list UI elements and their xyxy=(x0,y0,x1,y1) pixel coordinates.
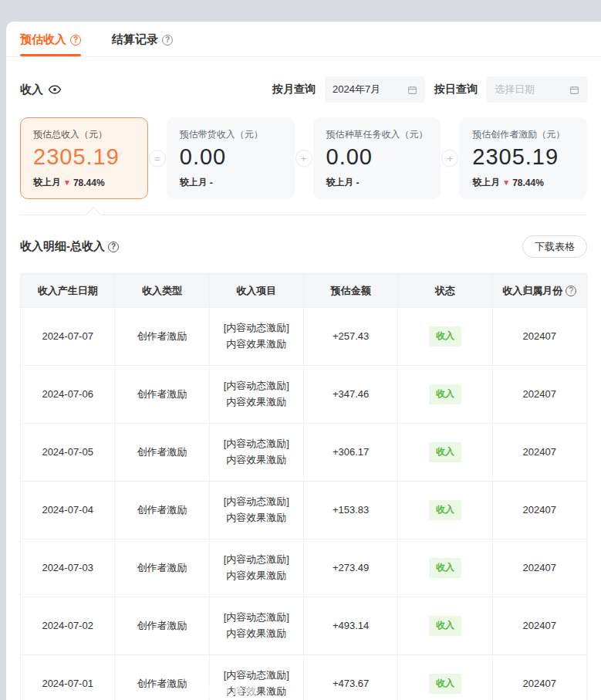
month-picker-value: 2024年7月 xyxy=(333,83,403,96)
cell-income-type: 创作者激励 xyxy=(115,539,209,597)
table-header-cell: 收入项目 xyxy=(210,274,304,308)
cell-income-month: 202407 xyxy=(493,655,586,700)
cell-status: 收入 xyxy=(398,308,492,366)
cell-estimated-amount: +257.43 xyxy=(304,308,398,366)
main-panel: 预估收入 ? 结算记录 ? 收入 按月查询 2024年 xyxy=(6,22,601,700)
cell-estimated-amount: +153.83 xyxy=(304,482,398,539)
summary-card-compare: 较上月 ▼ - xyxy=(180,176,282,189)
help-icon[interactable]: ? xyxy=(162,35,173,46)
cell-income-month: 202407 xyxy=(493,539,586,597)
status-badge: 收入 xyxy=(429,500,461,519)
plus-connector-icon: + xyxy=(441,117,459,199)
summary-cards-row: 预估总收入（元） 2305.19 较上月 ▼ 78.44% = 预估带货收入（元… xyxy=(20,117,587,199)
income-title: 收入 xyxy=(20,83,62,97)
compare-value: - xyxy=(356,178,360,188)
day-query-label: 按日查询 xyxy=(434,83,478,96)
compare-value: - xyxy=(210,178,213,188)
table-header-cell: 状态 xyxy=(398,274,492,308)
summary-card-label: 预估种草任务收入（元） xyxy=(326,128,428,141)
down-arrow-icon: ▼ xyxy=(63,178,71,187)
cell-status: 收入 xyxy=(398,655,492,700)
cell-estimated-amount: +306.17 xyxy=(304,424,398,482)
day-picker-input[interactable]: 选择日期 xyxy=(487,76,587,103)
project-line1: [内容动态激励] xyxy=(224,610,289,626)
help-icon[interactable]: ? xyxy=(566,286,576,296)
project-line2: 内容效果激励 xyxy=(226,626,286,642)
table-row: 2024-07-03 创作者激励 [内容动态激励] 内容效果激励 +273.49… xyxy=(21,539,586,597)
status-badge: 收入 xyxy=(429,384,461,404)
status-badge: 收入 xyxy=(429,442,461,462)
cell-income-month: 202407 xyxy=(493,424,586,482)
summary-card-label: 预估总收入（元） xyxy=(33,128,135,141)
cell-income-date: 2024-07-02 xyxy=(21,597,115,655)
summary-card-label: 预估创作者激励（元） xyxy=(472,128,574,141)
cell-income-project: [内容动态激励] 内容效果激励 xyxy=(210,597,304,655)
eye-icon[interactable] xyxy=(48,83,62,96)
summary-card[interactable]: 预估创作者激励（元） 2305.19 较上月 ▼ 78.44% xyxy=(459,117,587,199)
project-line2: 内容效果激励 xyxy=(226,336,286,353)
summary-card-compare: 较上月 ▼ 78.44% xyxy=(472,176,574,189)
cell-income-type: 创作者激励 xyxy=(115,366,209,424)
cell-income-type: 创作者激励 xyxy=(115,424,209,482)
table-header-cell: 收入类型 xyxy=(115,274,209,308)
cell-estimated-amount: +493.14 xyxy=(304,597,398,655)
calendar-icon xyxy=(569,85,579,95)
compare-label: 较上月 xyxy=(180,176,208,189)
summary-card-value: 2305.19 xyxy=(472,144,574,170)
cell-income-date: 2024-07-03 xyxy=(21,539,115,597)
summary-card-value: 0.00 xyxy=(326,144,428,170)
month-picker-input[interactable]: 2024年7月 xyxy=(325,76,425,103)
calendar-icon xyxy=(407,85,417,95)
cell-income-project: [内容动态激励] 内容效果激励 xyxy=(210,482,304,539)
cell-status: 收入 xyxy=(398,482,492,539)
summary-card-compare: 较上月 ▼ 78.44% xyxy=(33,176,135,189)
cell-income-date: 2024-07-07 xyxy=(21,308,115,366)
summary-card-label: 预估带货收入（元） xyxy=(180,128,282,141)
compare-value: 78.44% xyxy=(512,178,544,188)
compare-label: 较上月 xyxy=(472,176,500,189)
cell-income-date: 2024-07-01 xyxy=(21,655,115,700)
date-filters: 按月查询 2024年7月 按日查询 选择日期 xyxy=(272,76,587,103)
cell-income-date: 2024-07-06 xyxy=(21,366,115,424)
help-icon[interactable]: ? xyxy=(70,35,81,46)
project-line1: [内容动态激励] xyxy=(224,378,289,394)
watermark-dots xyxy=(191,686,257,696)
cell-income-type: 创作者激励 xyxy=(115,308,209,366)
summary-card[interactable]: 预估总收入（元） 2305.19 较上月 ▼ 78.44% xyxy=(20,117,148,199)
cell-income-date: 2024-07-04 xyxy=(21,482,115,539)
table-header-row: 收入产生日期收入类型收入项目预估金额状态收入归属月份? xyxy=(21,274,586,308)
tab-estimated-income[interactable]: 预估收入 ? xyxy=(20,32,81,56)
table-row: 2024-07-07 创作者激励 [内容动态激励] 内容效果激励 +257.43… xyxy=(21,308,586,366)
cell-status: 收入 xyxy=(398,539,492,597)
cell-income-month: 202407 xyxy=(493,482,586,539)
cell-income-project: [内容动态激励] 内容效果激励 xyxy=(210,424,304,482)
income-title-label: 收入 xyxy=(20,83,43,97)
tab-estimated-income-label: 预估收入 xyxy=(20,32,66,47)
divider-caret-icon xyxy=(86,207,101,222)
income-header-row: 收入 按月查询 2024年7月 xyxy=(20,76,587,103)
cell-income-type: 创作者激励 xyxy=(115,482,209,539)
cell-income-month: 202407 xyxy=(493,597,586,655)
cell-income-date: 2024-07-05 xyxy=(21,424,115,482)
table-body: 2024-07-07 创作者激励 [内容动态激励] 内容效果激励 +257.43… xyxy=(21,308,586,700)
day-picker-placeholder: 选择日期 xyxy=(495,83,565,96)
summary-card[interactable]: 预估种草任务收入（元） 0.00 较上月 ▼ - xyxy=(313,117,441,199)
income-detail-table: 收入产生日期收入类型收入项目预估金额状态收入归属月份? 2024-07-07 创… xyxy=(20,273,587,700)
project-line2: 内容效果激励 xyxy=(226,394,286,411)
cell-income-month: 202407 xyxy=(493,366,586,424)
cell-income-month: 202407 xyxy=(493,308,586,366)
tab-bar: 预估收入 ? 结算记录 ? xyxy=(6,22,601,57)
month-query-label: 按月查询 xyxy=(272,83,316,96)
tab-settlement-records[interactable]: 结算记录 ? xyxy=(112,32,173,56)
table-header-cell: 收入归属月份? xyxy=(493,274,586,308)
summary-card-compare: 较上月 ▼ - xyxy=(326,176,428,189)
project-line1: [内容动态激励] xyxy=(224,320,289,336)
tab-settlement-records-label: 结算记录 xyxy=(112,32,158,47)
project-line1: [内容动态激励] xyxy=(224,436,289,452)
project-line1: [内容动态激励] xyxy=(224,552,289,568)
help-icon[interactable]: ? xyxy=(108,242,119,252)
summary-card[interactable]: 预估带货收入（元） 0.00 较上月 ▼ - xyxy=(167,117,295,199)
download-table-button[interactable]: 下载表格 xyxy=(522,235,587,258)
cell-income-project: [内容动态激励] 内容效果激励 xyxy=(210,366,304,424)
table-row: 2024-07-02 创作者激励 [内容动态激励] 内容效果激励 +493.14… xyxy=(21,597,586,655)
